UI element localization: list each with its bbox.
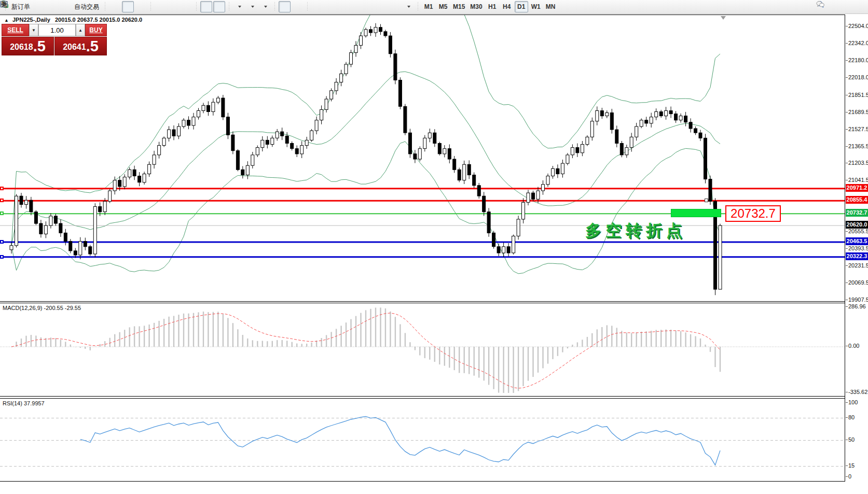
price-callout-box[interactable]: 20732.7: [725, 205, 781, 222]
rsi-label: RSI(14) 37.9957: [3, 400, 45, 406]
toolbar-grip: [149, 2, 153, 11]
price-marker-box: 20971.2: [846, 184, 868, 192]
rsi-panel[interactable]: RSI(14) 37.9957: [0, 398, 845, 482]
timeframe-mn-label: MN: [546, 3, 556, 10]
vertical-line-button[interactable]: [311, 1, 323, 12]
toolbar-grip: [227, 2, 231, 11]
buy-price[interactable]: 20641.5: [54, 37, 107, 55]
chevron-down-icon[interactable]: [238, 6, 241, 8]
rsi-canvas[interactable]: [0, 399, 845, 482]
chat-button[interactable]: [835, 2, 847, 13]
timeframe-w1[interactable]: W1: [529, 1, 543, 12]
price-axis[interactable]: 22504.022342.022180.022018.021851.521689…: [845, 15, 868, 482]
horizontal-level-lines[interactable]: [0, 189, 845, 257]
timeframe-m1-label: M1: [424, 3, 433, 10]
arrows-button[interactable]: [402, 1, 414, 12]
collapse-marker-icon[interactable]: ▲: [4, 18, 9, 23]
rsi-tick-label: 50: [848, 436, 855, 443]
rsi-line: [80, 417, 720, 465]
market-watch-button[interactable]: [46, 1, 58, 12]
timeframe-h4[interactable]: H4: [500, 1, 514, 12]
hline-edge-handle[interactable]: [0, 255, 4, 259]
price-tick-label: 21203.5: [848, 160, 868, 166]
hline-edge-handle[interactable]: [0, 187, 4, 190]
timeframe-m5[interactable]: M5: [436, 1, 450, 12]
new-order-button-label: 新订单: [11, 3, 30, 11]
text-button[interactable]: A: [376, 1, 388, 12]
chart-area: ▲ JPN225-,Daily 20015.0 20637.5 20015.0 …: [0, 15, 868, 494]
price-tick-label: 19907.5: [848, 297, 868, 303]
chat-icon: [816, 0, 824, 8]
sell-button[interactable]: SELL: [2, 24, 29, 36]
timeframe-h4-label: H4: [503, 3, 511, 10]
volume-decrease-button[interactable]: ▼: [29, 24, 38, 36]
main-chart-panel[interactable]: ▲ JPN225-,Daily 20015.0 20637.5 20015.0 …: [0, 15, 845, 302]
price-tick-label: 22180.0: [848, 57, 868, 63]
guide-button[interactable]: [33, 1, 45, 12]
sell-price[interactable]: 20618.5: [2, 37, 54, 55]
timeframe-m30-label: M30: [470, 3, 482, 10]
trendline-button[interactable]: [337, 1, 349, 12]
hline-edge-handle[interactable]: [0, 211, 4, 215]
timeframe-d1-label: D1: [517, 3, 525, 10]
toolbar-right: [816, 0, 847, 14]
chevron-down-icon[interactable]: [251, 6, 254, 8]
chevron-down-icon[interactable]: [407, 6, 410, 8]
autotrading-button[interactable]: 自动交易: [72, 1, 101, 12]
timeframe-m1[interactable]: M1: [422, 1, 435, 12]
label-button[interactable]: T: [389, 1, 401, 12]
templates-button[interactable]: [259, 1, 271, 12]
price-tick-label: 21851.5: [848, 92, 868, 98]
price-tick-label: 21365.5: [848, 143, 868, 149]
zoom-in-button[interactable]: [155, 1, 167, 12]
price-marker-box: 20620.0: [846, 221, 868, 229]
signals-button[interactable]: [59, 1, 71, 12]
rsi-tick-label: 80: [848, 414, 855, 420]
price-tick-label: 20555.5: [848, 228, 868, 234]
new-order-button[interactable]: 新订单: [9, 1, 32, 12]
buy-button[interactable]: BUY: [85, 24, 107, 36]
horizontal-line-button[interactable]: [324, 1, 336, 12]
timeframe-mn[interactable]: MN: [544, 1, 558, 12]
tile-windows-button[interactable]: [181, 1, 192, 12]
price-marker-box: 20732.7: [846, 209, 868, 217]
price-tick-label: 22342.0: [848, 40, 868, 46]
macd-canvas[interactable]: [0, 303, 845, 397]
toolbar-grip: [103, 2, 107, 11]
fibonacci-button[interactable]: F: [363, 1, 375, 12]
channel-button[interactable]: E: [350, 1, 362, 12]
hline-edge-handle[interactable]: [0, 240, 4, 244]
cursor-button[interactable]: [279, 1, 291, 12]
bar-chart-button[interactable]: [109, 1, 121, 12]
chevron-down-icon[interactable]: [264, 6, 267, 8]
annotation-text[interactable]: 多空转折点: [585, 220, 686, 242]
zoom-out-button[interactable]: [168, 1, 180, 12]
toolbar-grip: [195, 2, 198, 11]
macd-histogram: [11, 307, 720, 393]
rsi-tick-label: 100: [848, 399, 858, 405]
macd-tick-label: 286.96: [848, 303, 866, 309]
timeframe-m15[interactable]: M15: [451, 1, 467, 12]
volume-increase-button[interactable]: ▲: [76, 24, 85, 36]
macd-panel[interactable]: MACD(12,26,9) -200.55 -29.55: [0, 303, 845, 397]
line-chart-button[interactable]: [135, 1, 147, 12]
chart-shift-button[interactable]: [213, 1, 225, 12]
price-tick-label: 21689.5: [848, 109, 868, 115]
auto-scroll-button[interactable]: [200, 1, 212, 12]
price-tick-label: 22504.0: [848, 23, 868, 29]
price-chart-canvas[interactable]: [0, 15, 845, 302]
indicators-button[interactable]: [233, 1, 245, 12]
timeframe-h1[interactable]: H1: [486, 1, 499, 12]
volume-input[interactable]: 1.00: [38, 24, 76, 36]
periods-button[interactable]: [246, 1, 258, 12]
crosshair-button[interactable]: [292, 1, 304, 12]
timeframe-d1[interactable]: D1: [515, 1, 528, 12]
hline-edge-handle[interactable]: [0, 199, 4, 202]
chart-title: ▲ JPN225-,Daily 20015.0 20637.5 20015.0 …: [4, 17, 142, 23]
highlight-rectangle[interactable]: [671, 209, 721, 217]
candlestick-button[interactable]: [122, 1, 134, 12]
hline-midpoint-handle[interactable]: [705, 199, 708, 202]
timeframe-m30[interactable]: M30: [468, 1, 484, 12]
price-marker-box: 20855.4: [846, 196, 868, 204]
terminal-window: 新订单自动交易EFATM1M5M15M30H1H4D1W1MN ▲ JPN225…: [0, 0, 868, 494]
